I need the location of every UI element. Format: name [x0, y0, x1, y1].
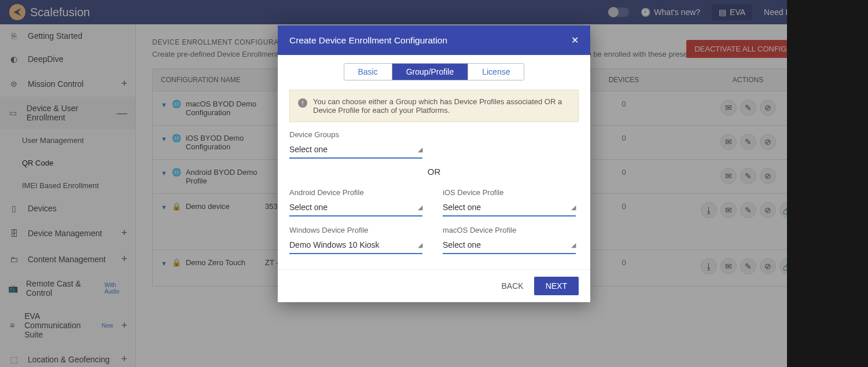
macos-profile-select[interactable]: Select one◢: [443, 237, 576, 254]
info-icon: !: [298, 98, 307, 108]
modal-form: Device Groups Select one◢ OR Android Dev…: [278, 130, 590, 269]
tab-basic[interactable]: Basic: [344, 64, 392, 80]
chevron-down-icon: ◢: [418, 241, 422, 249]
close-icon[interactable]: ✕: [571, 35, 579, 46]
chevron-down-icon: ◢: [571, 204, 576, 211]
ios-profile-label: iOS Device Profile: [443, 188, 579, 197]
chevron-down-icon: ◢: [571, 241, 576, 249]
modal-title: Create Device Enrollment Configuration: [289, 35, 447, 46]
modal-overlay: Create Device Enrollment Configuration ✕…: [0, 0, 868, 367]
device-groups-select[interactable]: Select one◢: [289, 141, 422, 159]
next-button[interactable]: NEXT: [534, 277, 579, 295]
ios-profile-select[interactable]: Select one◢: [443, 199, 576, 216]
create-config-modal: Create Device Enrollment Configuration ✕…: [278, 25, 590, 302]
android-profile-label: Android Device Profile: [289, 188, 425, 197]
windows-profile-label: Windows Device Profile: [289, 226, 425, 234]
windows-profile-select[interactable]: Demo Windows 10 Kiosk◢: [289, 237, 422, 254]
tab-group-profile[interactable]: Group/Profile: [392, 64, 468, 80]
tab-license[interactable]: License: [468, 64, 524, 80]
macos-profile-label: macOS Device Profile: [443, 226, 579, 234]
or-divider: OR: [289, 167, 579, 177]
modal-tabs: Basic Group/Profile License: [278, 55, 590, 84]
modal-footer: BACK NEXT: [278, 269, 590, 302]
modal-header: Create Device Enrollment Configuration ✕: [278, 25, 590, 55]
device-groups-label: Device Groups: [289, 130, 579, 139]
chevron-down-icon: ◢: [418, 204, 422, 211]
chevron-down-icon: ◢: [418, 146, 422, 153]
info-note: ! You can choose either a Group which ha…: [289, 90, 579, 122]
android-profile-select[interactable]: Select one◢: [289, 199, 422, 216]
back-button[interactable]: BACK: [502, 281, 524, 291]
